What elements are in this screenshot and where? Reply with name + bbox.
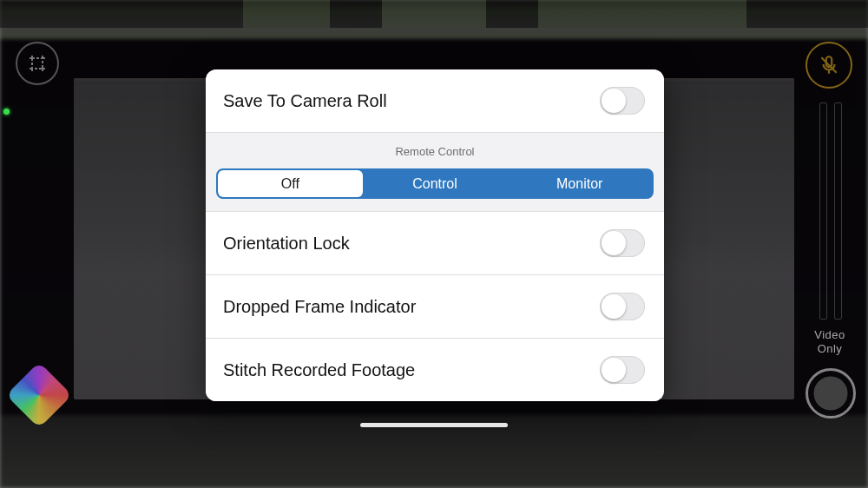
toggle-orientation-lock[interactable] [600, 229, 645, 257]
row-save-camera-roll: Save To Camera Roll [206, 69, 664, 133]
row-stitch-footage: Stitch Recorded Footage [206, 339, 664, 401]
remote-control-segmented[interactable]: Off Control Monitor [216, 168, 654, 199]
toggle-dropped-frame[interactable] [600, 293, 645, 320]
segment-control[interactable]: Control [363, 170, 508, 197]
toggle-knob [602, 231, 626, 255]
svg-rect-0 [32, 58, 43, 69]
label-save-camera-roll: Save To Camera Roll [223, 91, 387, 111]
audio-meter-right [834, 102, 842, 320]
segment-off[interactable]: Off [218, 170, 363, 197]
mic-mute-button[interactable] [806, 42, 852, 89]
crop-button[interactable] [16, 42, 59, 85]
audio-meter-left [819, 102, 827, 320]
audio-level-meters [819, 102, 842, 320]
remote-control-section: Remote Control Off Control Monitor [206, 133, 664, 212]
record-button[interactable] [806, 368, 856, 419]
settings-panel: Save To Camera Roll Remote Control Off C… [206, 69, 664, 401]
remote-control-title: Remote Control [216, 145, 654, 158]
home-indicator[interactable] [360, 423, 508, 427]
toggle-knob [602, 89, 626, 113]
segment-monitor[interactable]: Monitor [507, 170, 652, 197]
toggle-knob [602, 294, 626, 319]
status-dot [3, 109, 10, 115]
crop-icon [27, 53, 48, 74]
row-dropped-frame: Dropped Frame Indicator [206, 275, 664, 339]
label-orientation-lock: Orientation Lock [223, 234, 350, 254]
record-mode-label: Video Only [802, 328, 858, 356]
toggle-save-camera-roll[interactable] [600, 87, 645, 115]
toggle-knob [602, 358, 626, 382]
mic-off-icon [818, 54, 840, 76]
label-dropped-frame: Dropped Frame Indicator [223, 297, 416, 317]
label-stitch-footage: Stitch Recorded Footage [223, 360, 415, 380]
row-orientation-lock: Orientation Lock [206, 212, 664, 275]
toggle-stitch-footage[interactable] [600, 356, 645, 384]
